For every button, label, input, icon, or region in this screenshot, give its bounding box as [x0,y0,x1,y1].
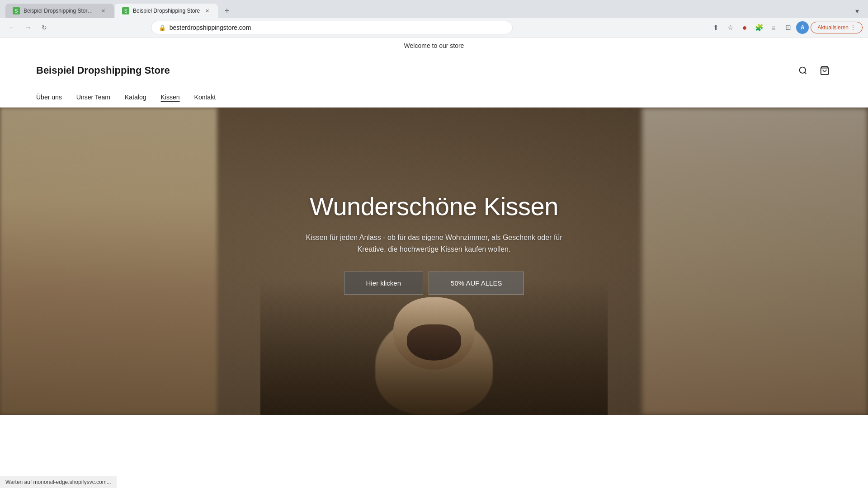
tab-2[interactable]: S Beispiel Dropshipping Store ✕ [115,4,218,18]
lock-icon: 🔒 [159,24,166,31]
share-button[interactable]: ⬆ [709,21,722,34]
hero-section: Wunderschöne Kissen Kissen für jeden Anl… [0,108,868,415]
reload-button[interactable]: ↻ [38,21,51,34]
toolbar-right: ⬆ ☆ ● 🧩 ≡ ⊡ A Aktualisieren ⋮ [709,21,863,34]
tab-list-button[interactable]: ▾ [852,5,863,17]
nav-kontakt[interactable]: Kontakt [194,87,216,107]
forward-button[interactable]: → [22,21,34,34]
extensions-button[interactable]: 🧩 [753,21,765,34]
site-header: Beispiel Dropshipping Store [0,54,868,87]
website-content: Welcome to our store Beispiel Dropshippi… [0,38,868,415]
hero-subtitle: Kissen für jeden Anlass - ob für das eig… [298,232,570,255]
address-text: besterdropshippingstore.com [170,24,505,31]
bookmark-button[interactable]: ☆ [724,21,736,34]
address-input-wrap[interactable]: 🔒 besterdropshippingstore.com [151,21,513,34]
opera-icon[interactable]: ● [738,21,751,34]
profile-button[interactable]: A [796,21,809,34]
hero-title: Wunderschöne Kissen [298,192,570,221]
tab-1-close[interactable]: ✕ [99,7,107,14]
hero-buttons: Hier klicken 50% AUF ALLES [298,272,570,295]
hero-left-bg [0,108,217,415]
svg-line-1 [805,72,807,74]
tab-2-title: Beispiel Dropshipping Store [133,8,200,14]
address-bar: ← → ↻ 🔒 besterdropshippingstore.com ⬆ ☆ … [0,18,868,37]
split-view-button[interactable]: ⊡ [782,21,794,34]
new-tab-button[interactable]: + [221,5,233,17]
hero-secondary-button[interactable]: 50% AUF ALLES [429,272,524,295]
hero-primary-button[interactable]: Hier klicken [344,272,424,295]
announcement-bar: Welcome to our store [0,38,868,54]
nav-unser-team[interactable]: Unser Team [76,87,110,107]
nav-uber-uns[interactable]: Über uns [36,87,62,107]
nav-kissen[interactable]: Kissen [161,87,180,107]
reader-mode-button[interactable]: ≡ [767,21,780,34]
search-button[interactable] [796,63,810,78]
status-bar: Warten auf monorail-edge.shopifysvc.com.… [0,476,117,488]
tab-bar: S Beispiel Dropshipping Store · ... ✕ S … [0,0,868,18]
status-text: Warten auf monorail-edge.shopifysvc.com.… [5,479,111,485]
browser-chrome: S Beispiel Dropshipping Store · ... ✕ S … [0,0,868,38]
tab-1-title: Beispiel Dropshipping Store · ... [24,8,96,14]
back-button[interactable]: ← [5,21,18,34]
tab-1-favicon: S [13,7,20,14]
header-icons [796,63,832,78]
cart-button[interactable] [817,63,832,78]
site-nav: Über uns Unser Team Katalog Kissen Konta… [0,87,868,108]
hero-right-bg [642,108,868,415]
svg-point-0 [800,67,806,73]
nav-katalog[interactable]: Katalog [125,87,146,107]
tab-1[interactable]: S Beispiel Dropshipping Store · ... ✕ [5,4,114,18]
hero-content: Wunderschöne Kissen Kissen für jeden Anl… [208,192,660,294]
tab-2-favicon: S [122,7,129,14]
update-button[interactable]: Aktualisieren ⋮ [811,22,863,33]
announcement-text: Welcome to our store [404,42,464,49]
site-logo[interactable]: Beispiel Dropshipping Store [36,65,796,76]
tab-2-close[interactable]: ✕ [203,7,211,14]
update-menu-icon: ⋮ [850,24,856,31]
